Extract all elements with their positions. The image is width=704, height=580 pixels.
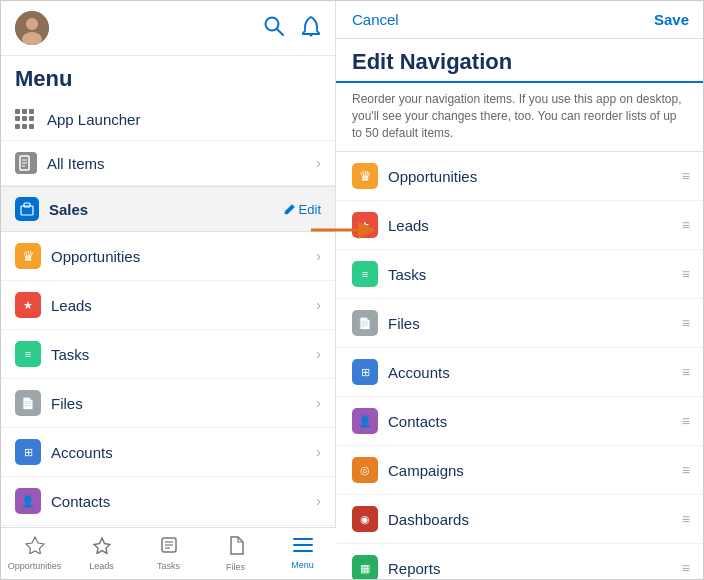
menu-title: Menu xyxy=(1,56,335,98)
all-items-row[interactable]: All Items › xyxy=(1,141,335,186)
tab-menu[interactable]: Menu xyxy=(269,533,336,574)
tab-leads[interactable]: Leads xyxy=(68,532,135,575)
all-items-icon xyxy=(15,152,37,174)
notification-button[interactable] xyxy=(301,15,321,42)
tab-opportunities-icon xyxy=(25,536,45,559)
tab-opportunities[interactable]: Opportunities xyxy=(1,532,68,575)
app-container: Menu App Launcher xyxy=(1,1,704,579)
app-launcher-item[interactable]: App Launcher xyxy=(1,98,335,141)
nav-item-contacts[interactable]: 👤 Contacts › xyxy=(1,477,335,526)
accounts-label: Accounts xyxy=(51,444,113,461)
edit-nav-item-leads[interactable]: ★ Leads ≡ xyxy=(336,201,704,250)
tab-menu-label: Menu xyxy=(291,560,314,570)
contacts-label: Contacts xyxy=(51,493,110,510)
header-icons xyxy=(263,15,321,42)
edit-nav-item-opportunities[interactable]: ♛ Opportunities ≡ xyxy=(336,152,704,201)
cancel-button[interactable]: Cancel xyxy=(352,11,399,28)
grid-icon xyxy=(15,109,35,129)
tab-tasks-label: Tasks xyxy=(157,561,180,571)
right-header: Cancel Save xyxy=(336,1,704,39)
edit-leads-label: Leads xyxy=(388,217,429,234)
drag-handle-opportunities[interactable]: ≡ xyxy=(682,168,689,184)
edit-files-icon: 📄 xyxy=(352,310,378,336)
drag-handle-reports[interactable]: ≡ xyxy=(682,560,689,576)
left-header xyxy=(1,1,335,56)
drag-handle-accounts[interactable]: ≡ xyxy=(682,364,689,380)
edit-nav-item-accounts[interactable]: ⊞ Accounts ≡ xyxy=(336,348,704,397)
tab-files[interactable]: Files xyxy=(202,532,269,576)
edit-contacts-icon: 👤 xyxy=(352,408,378,434)
all-items-chevron: › xyxy=(316,155,321,171)
edit-nav-list: ♛ Opportunities ≡ ★ Leads ≡ ≡ Tasks ≡ xyxy=(336,152,704,580)
drag-handle-contacts[interactable]: ≡ xyxy=(682,413,689,429)
save-button[interactable]: Save xyxy=(654,11,689,28)
edit-contacts-label: Contacts xyxy=(388,413,447,430)
nav-item-accounts[interactable]: ⊞ Accounts › xyxy=(1,428,335,477)
accounts-icon: ⊞ xyxy=(15,439,41,465)
tab-menu-icon xyxy=(293,537,313,558)
edit-tasks-icon: ≡ xyxy=(352,261,378,287)
bottom-tab-bar: Opportunities Leads xyxy=(1,527,336,579)
files-icon: 📄 xyxy=(15,390,41,416)
opportunities-label: Opportunities xyxy=(51,248,140,265)
tab-tasks-icon xyxy=(160,536,178,559)
arrow-indicator xyxy=(309,219,374,245)
edit-campaigns-label: Campaigns xyxy=(388,462,464,479)
drag-handle-files[interactable]: ≡ xyxy=(682,315,689,331)
avatar[interactable] xyxy=(15,11,49,45)
edit-accounts-label: Accounts xyxy=(388,364,450,381)
tab-leads-label: Leads xyxy=(89,561,114,571)
tab-files-label: Files xyxy=(226,562,245,572)
drag-handle-campaigns[interactable]: ≡ xyxy=(682,462,689,478)
edit-reports-label: Reports xyxy=(388,560,441,577)
edit-nav-item-tasks[interactable]: ≡ Tasks ≡ xyxy=(336,250,704,299)
edit-navigation-title: Edit Navigation xyxy=(336,39,704,83)
section-header: Sales Edit xyxy=(1,186,335,232)
tab-tasks[interactable]: Tasks xyxy=(135,532,202,575)
opportunities-icon: ♛ xyxy=(15,243,41,269)
edit-navigation-description: Reorder your navigation items. If you us… xyxy=(336,83,704,152)
edit-accounts-icon: ⊞ xyxy=(352,359,378,385)
leads-label: Leads xyxy=(51,297,92,314)
edit-campaigns-icon: ◎ xyxy=(352,457,378,483)
files-label: Files xyxy=(51,395,83,412)
nav-item-tasks[interactable]: ≡ Tasks › xyxy=(1,330,335,379)
menu-panel: Menu App Launcher xyxy=(1,1,336,580)
all-items-label: All Items xyxy=(47,155,105,172)
edit-label: Edit xyxy=(299,202,321,217)
edit-nav-item-files[interactable]: 📄 Files ≡ xyxy=(336,299,704,348)
nav-item-leads[interactable]: ★ Leads › xyxy=(1,281,335,330)
section-header-left: Sales xyxy=(15,197,88,221)
edit-dashboards-label: Dashboards xyxy=(388,511,469,528)
svg-line-4 xyxy=(277,29,283,35)
edit-nav-item-dashboards[interactable]: ◉ Dashboards ≡ xyxy=(336,495,704,544)
edit-nav-item-reports[interactable]: ▦ Reports ≡ xyxy=(336,544,704,580)
drag-handle-leads[interactable]: ≡ xyxy=(682,217,689,233)
edit-button[interactable]: Edit xyxy=(284,202,321,217)
svg-point-1 xyxy=(26,18,38,30)
sales-icon xyxy=(15,197,39,221)
svg-point-5 xyxy=(310,33,313,36)
svg-marker-12 xyxy=(26,537,44,554)
search-button[interactable] xyxy=(263,15,285,42)
edit-nav-item-campaigns[interactable]: ◎ Campaigns ≡ xyxy=(336,446,704,495)
tab-opportunities-label: Opportunities xyxy=(8,561,62,571)
leads-icon: ★ xyxy=(15,292,41,318)
left-panel: Menu App Launcher xyxy=(1,1,336,579)
drag-handle-tasks[interactable]: ≡ xyxy=(682,266,689,282)
edit-opportunities-label: Opportunities xyxy=(388,168,477,185)
edit-nav-item-contacts[interactable]: 👤 Contacts ≡ xyxy=(336,397,704,446)
app-launcher-label: App Launcher xyxy=(47,111,140,128)
tasks-icon: ≡ xyxy=(15,341,41,367)
drag-handle-dashboards[interactable]: ≡ xyxy=(682,511,689,527)
right-panel: Cancel Save Edit Navigation Reorder your… xyxy=(336,1,704,580)
tab-files-icon xyxy=(228,536,244,560)
section-title: Sales xyxy=(49,201,88,218)
edit-dashboards-icon: ◉ xyxy=(352,506,378,532)
edit-tasks-label: Tasks xyxy=(388,266,426,283)
all-items-left: All Items xyxy=(15,152,105,174)
nav-item-files[interactable]: 📄 Files › xyxy=(1,379,335,428)
nav-item-opportunities[interactable]: ♛ Opportunities › xyxy=(1,232,335,281)
edit-opportunities-icon: ♛ xyxy=(352,163,378,189)
edit-reports-icon: ▦ xyxy=(352,555,378,580)
